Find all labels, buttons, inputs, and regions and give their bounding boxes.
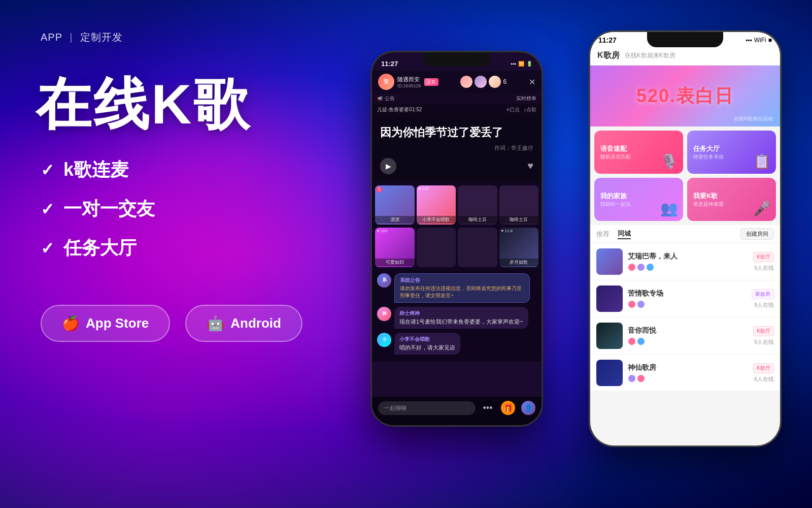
feature-card-task-hall[interactable]: 任务大厅 绝密任务等你 📋 bbox=[687, 131, 776, 174]
feature-label-2: 一对一交友 bbox=[63, 197, 155, 221]
room2-badge: 家族房 bbox=[752, 289, 774, 299]
feat2-title: 任务大厅 bbox=[693, 144, 720, 153]
room3-info: 音你而悦 bbox=[628, 326, 748, 345]
appstore-button[interactable]: 🍎 App Store bbox=[41, 305, 170, 342]
room-count: 6 bbox=[503, 78, 506, 85]
phone2-battery-icon: ■ bbox=[768, 37, 772, 44]
room-header: 安 随遇而安 ID:1635126 正在 6 bbox=[372, 71, 542, 93]
room-item-3[interactable]: 音你而悦 K歌厅 9人在线 bbox=[590, 318, 780, 355]
hero-title: 在线K歌 bbox=[36, 76, 251, 132]
wifi-icon: 🛜 bbox=[518, 61, 524, 67]
singer5-count: ♥ 100 bbox=[377, 229, 387, 233]
signal-icon: ▪▪▪ bbox=[511, 61, 516, 67]
megaphone-icon: 📢 bbox=[377, 96, 383, 101]
singer-slot-2: ♥ 126 小李不会唱歌 bbox=[417, 185, 456, 225]
singer2-likes: ♥ 126 bbox=[419, 186, 429, 191]
check-icon-2: ✓ bbox=[41, 200, 54, 219]
room3-av2 bbox=[637, 337, 645, 345]
chat-input[interactable]: 一起聊聊 bbox=[378, 401, 476, 415]
feature-card-my-clan[interactable]: 我的家族 找组织一起玩 👥 bbox=[594, 178, 683, 221]
singers-grid-row2: ♥ 100 可爱如归 ♥ 11.8 岁月如歌 bbox=[372, 228, 542, 270]
android-button[interactable]: 🤖 Android bbox=[185, 305, 302, 342]
singer2-name: 小李不会唱歌 bbox=[417, 216, 456, 224]
room-owner-id: ID:1635126 bbox=[397, 83, 421, 88]
notice-label: 公告 bbox=[385, 95, 395, 102]
song-composer: 作词：帝王鑫仔 bbox=[380, 144, 533, 152]
singer-slot-7 bbox=[458, 228, 497, 267]
gift-icon[interactable]: 🎁 bbox=[501, 401, 515, 415]
create-room-button[interactable]: 创建房间 bbox=[740, 228, 774, 240]
feature-item-1: ✓ k歌连麦 bbox=[41, 157, 155, 182]
phone2-banner: 520.表白日 在线K歌表白活动 bbox=[590, 66, 780, 126]
feat3-title: 我的家族 bbox=[600, 192, 627, 201]
singers-grid-row1: 正 漂漂 ♥ 126 小李不会唱歌 咖啡土豆 咖啡土豆 bbox=[372, 182, 542, 228]
more-options-icon[interactable]: ••• bbox=[481, 401, 495, 415]
room-tabs: 推荐 同城 创建房间 bbox=[590, 225, 780, 243]
feat2-icon: 📋 bbox=[753, 153, 771, 170]
room-item-4[interactable]: 神仙歌房 K歌厅 6人在线 bbox=[590, 355, 780, 392]
live-badge: 正在 bbox=[424, 78, 438, 86]
room3-online: 9人在线 bbox=[753, 338, 774, 346]
heart-button[interactable]: ♥ bbox=[527, 160, 533, 172]
room2-right: 家族房 9人在线 bbox=[752, 289, 774, 309]
room4-online: 6人在线 bbox=[753, 375, 774, 383]
phone1-wrapper: 11:27 ▪▪▪ 🛜 🔋 安 随遇而安 I bbox=[370, 51, 543, 427]
room1-badge: K歌厅 bbox=[753, 252, 774, 262]
song-title-small: 儿徒-鱼香婆婆01:52 bbox=[377, 106, 422, 113]
room-guest-avatars: 6 bbox=[460, 76, 506, 88]
feature-card-karaoke[interactable]: 我要K歌 谁是超神麦霸 🎤 bbox=[687, 178, 776, 221]
singer-slot-8: ♥ 11.8 岁月如歌 bbox=[499, 228, 539, 267]
room4-name: 神仙歌房 bbox=[628, 363, 748, 372]
check-icon-3: ✓ bbox=[41, 239, 54, 258]
room1-av3 bbox=[646, 263, 654, 271]
play-button[interactable]: ▶ bbox=[380, 158, 396, 174]
song-list-icon[interactable]: ≡已点 bbox=[506, 106, 520, 113]
room2-name: 苦情歌专场 bbox=[628, 289, 747, 298]
room3-badge: K歌厅 bbox=[753, 326, 774, 336]
room3-name: 音你而悦 bbox=[628, 326, 748, 335]
room-user-info: 安 随遇而安 ID:1635126 正在 bbox=[378, 74, 438, 90]
room4-thumb bbox=[596, 360, 623, 386]
header-tag: APP | 定制开发 bbox=[41, 30, 123, 44]
room2-online: 9人在线 bbox=[752, 301, 774, 309]
singer-slot-6 bbox=[417, 228, 456, 267]
room4-right: K歌厅 6人在线 bbox=[753, 363, 774, 383]
check-icon-1: ✓ bbox=[41, 161, 54, 180]
android-label: Android bbox=[230, 315, 281, 331]
room1-info: 艾瑞巴蒂，来人 bbox=[628, 252, 748, 271]
room-item-1[interactable]: 艾瑞巴蒂，来人 K歌厅 9人在线 bbox=[590, 243, 780, 280]
tag-separator: | bbox=[70, 31, 73, 43]
tag-custom: 定制开发 bbox=[80, 31, 123, 43]
room4-av1 bbox=[628, 374, 636, 383]
feat1-sub: 随机语音匹配 bbox=[600, 153, 631, 161]
room-item-2[interactable]: 苦情歌专场 家族房 9人在线 bbox=[590, 280, 780, 318]
chat-area: 系 系统公告 请勿发布任何违法违规信息，否则将追究您的民事乃至刑事责任，请文明发… bbox=[372, 270, 542, 362]
room4-info: 神仙歌房 bbox=[628, 363, 748, 383]
song-actions: ≡已点 ♪点歌 bbox=[506, 106, 536, 113]
user2-message: 唱的不好，请大家见谅 bbox=[399, 344, 455, 352]
song-add-icon[interactable]: ♪点歌 bbox=[524, 106, 536, 113]
ghost-icon[interactable]: 👤 bbox=[521, 401, 535, 415]
phone2-device: 11:27 ▪▪▪ WiFi ■ K歌房 在线K歌就来K歌房 bbox=[589, 30, 782, 447]
phone1-screen: 11:27 ▪▪▪ 🛜 🔋 安 随遇而安 I bbox=[372, 52, 542, 425]
phone2-notch bbox=[647, 32, 723, 47]
room4-avatars bbox=[628, 374, 748, 383]
tag-app: APP bbox=[41, 31, 62, 43]
room2-av2 bbox=[637, 300, 645, 308]
singer-slot-5: ♥ 100 可爱如归 bbox=[375, 228, 415, 267]
phone2-screen: 11:27 ▪▪▪ WiFi ■ K歌房 在线K歌就来K歌房 bbox=[590, 32, 780, 446]
tab-recommend[interactable]: 推荐 bbox=[596, 230, 610, 239]
appstore-label: App Store bbox=[86, 315, 149, 331]
room3-av1 bbox=[628, 337, 636, 345]
guest-avatar-3 bbox=[489, 76, 501, 88]
room1-av2 bbox=[637, 263, 645, 271]
singer4-name: 咖啡土豆 bbox=[499, 216, 539, 224]
feature-item-3: ✓ 任务大厅 bbox=[41, 236, 155, 261]
room3-right: K歌厅 9人在线 bbox=[753, 326, 774, 346]
phone1-bottom-bar: 一起聊聊 ••• 🎁 👤 bbox=[372, 397, 542, 425]
close-button[interactable]: ✕ bbox=[529, 77, 535, 87]
guest-avatar-2 bbox=[475, 76, 487, 88]
feature-card-speed-match[interactable]: 语音速配 随机语音匹配 🎙️ bbox=[594, 131, 683, 174]
realtime-label: 实时榜单 bbox=[516, 95, 536, 102]
tab-nearby[interactable]: 同城 bbox=[618, 229, 631, 239]
